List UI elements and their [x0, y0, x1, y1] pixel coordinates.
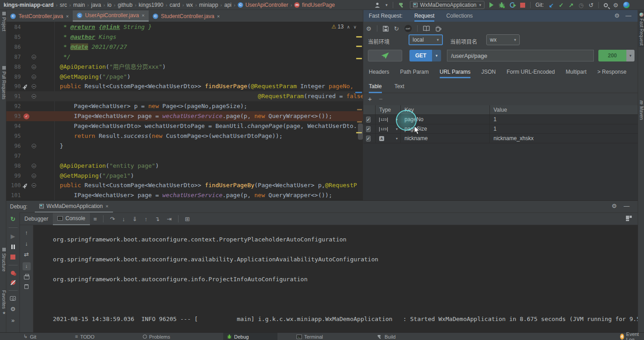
- search-everywhere-icon[interactable]: [604, 3, 608, 7]
- fold-marker-icon[interactable]: −: [32, 55, 36, 59]
- request-settings-gear-icon[interactable]: ⚙: [366, 26, 371, 32]
- env-select[interactable]: local ▾: [409, 34, 443, 45]
- code-editor[interactable]: 84 * @return {@link String }85 * @author…: [6, 22, 363, 200]
- statusbar-problems[interactable]: Problems: [139, 333, 174, 340]
- user-dropdown-icon[interactable]: ▾: [385, 3, 388, 7]
- fold-marker-icon[interactable]: −: [32, 65, 36, 69]
- remove-param-button[interactable]: −: [379, 95, 383, 103]
- debug-settings-gear-icon[interactable]: ⚙: [611, 203, 617, 209]
- param-value-cell[interactable]: nickname_xhskx: [490, 134, 638, 143]
- breadcrumb-item[interactable]: io: [107, 2, 111, 8]
- mute-breakpoints-icon[interactable]: [11, 280, 15, 285]
- breadcrumb-method[interactable]: findUserPage: [302, 2, 335, 8]
- down-stack-icon[interactable]: ↓: [25, 241, 28, 246]
- ide-plugin-icon[interactable]: [623, 2, 630, 8]
- settings-gear-icon[interactable]: ⚙: [613, 2, 618, 8]
- history-icon[interactable]: ◷: [578, 2, 583, 8]
- profiler-button[interactable]: [510, 2, 515, 8]
- stop-button[interactable]: [520, 3, 525, 8]
- hamburger-icon[interactable]: ≡: [94, 216, 97, 222]
- type-dropdown-icon[interactable]: ▾: [396, 137, 398, 141]
- panel-minimize-icon[interactable]: —: [625, 12, 631, 19]
- editor-tab-testcontroller[interactable]: C TestController.java ×: [6, 10, 73, 22]
- add-param-button[interactable]: +: [368, 95, 372, 103]
- fold-marker-icon[interactable]: −: [32, 84, 36, 89]
- project-select[interactable]: wx ▾: [486, 34, 520, 45]
- debug-settings-icon[interactable]: ⚙: [10, 306, 16, 312]
- layout-settings-icon[interactable]: [626, 216, 632, 221]
- refresh-icon[interactable]: ↻: [394, 26, 399, 32]
- docs-book-icon[interactable]: [423, 26, 430, 31]
- breadcrumb-item[interactable]: main: [73, 2, 85, 8]
- scrollbar-thumb[interactable]: [358, 123, 363, 140]
- param-value-cell[interactable]: 1: [490, 124, 638, 134]
- scroll-to-end-icon[interactable]: ↓: [23, 262, 31, 270]
- tab-multipart[interactable]: Multipart: [566, 66, 587, 78]
- tab-path-param[interactable]: Path Param: [400, 66, 428, 78]
- tab-headers[interactable]: Headers: [369, 66, 389, 78]
- close-icon[interactable]: ×: [66, 14, 69, 19]
- debug-button[interactable]: [498, 2, 505, 8]
- inspection-widget[interactable]: ⚠ 13 ∧ ∨: [331, 24, 357, 30]
- tab-collections[interactable]: Collections: [446, 10, 473, 22]
- step-into-icon[interactable]: ↓: [122, 216, 125, 222]
- fold-marker-icon[interactable]: −: [32, 75, 36, 79]
- breadcrumb-class[interactable]: UserApiController: [245, 2, 288, 8]
- curl-icon[interactable]: curl: [404, 25, 412, 32]
- error-stripe-mark[interactable]: [356, 58, 362, 59]
- breadcrumb-item[interactable]: github: [118, 2, 132, 8]
- breakpoint-icon[interactable]: ✓: [24, 113, 29, 119]
- evaluate-expression-icon[interactable]: ⊞: [185, 216, 190, 222]
- tab-console[interactable]: › Console: [53, 213, 90, 225]
- fold-marker-icon[interactable]: −: [32, 183, 36, 188]
- breadcrumb-item[interactable]: src: [60, 2, 67, 8]
- editor-tab-studentcontroller[interactable]: C StudentController.java ×: [149, 10, 224, 22]
- param-type-cell[interactable]: A▾: [376, 134, 401, 143]
- breadcrumb-project[interactable]: kings-miniapp-card: [4, 2, 54, 8]
- debug-minimize-icon[interactable]: —: [624, 203, 630, 209]
- close-icon[interactable]: ×: [142, 13, 145, 18]
- tab-json[interactable]: JSON: [481, 66, 496, 78]
- panel-settings-gear-icon[interactable]: ⚙: [614, 12, 620, 19]
- param-row-nickname[interactable]: ✓A▾nicknamenickname_xhskx: [363, 134, 638, 143]
- param-checkbox[interactable]: ✓: [366, 136, 371, 142]
- force-step-into-icon[interactable]: ⇓: [132, 216, 137, 222]
- thread-dump-icon[interactable]: [10, 296, 16, 301]
- fold-marker-icon[interactable]: −: [32, 174, 36, 178]
- fold-marker-icon[interactable]: −: [32, 164, 36, 168]
- close-icon[interactable]: ×: [217, 14, 220, 19]
- tab-debugger[interactable]: Debugger: [20, 213, 53, 225]
- step-out-icon[interactable]: ↑: [145, 216, 148, 222]
- close-icon[interactable]: ×: [105, 203, 108, 209]
- error-stripe-mark[interactable]: [355, 92, 362, 93]
- error-stripe-mark[interactable]: [357, 121, 362, 123]
- run-button[interactable]: [489, 2, 494, 8]
- type-dropdown-icon[interactable]: ▾: [396, 127, 398, 131]
- breadcrumb-item[interactable]: card: [169, 2, 180, 8]
- soft-wrap-icon[interactable]: ⇄: [24, 251, 29, 257]
- http-method-select[interactable]: GET ▾: [409, 50, 441, 61]
- send-request-button[interactable]: [368, 50, 402, 61]
- step-over-icon[interactable]: ↷: [110, 216, 115, 222]
- build-hammer-icon[interactable]: [398, 2, 405, 9]
- statusbar-build[interactable]: Build: [373, 333, 399, 340]
- statusbar-git[interactable]: ↳ Git: [20, 333, 40, 340]
- clear-console-icon[interactable]: [24, 284, 28, 289]
- tab-response[interactable]: > Response: [597, 66, 626, 78]
- run-configuration-select[interactable]: WxMaDemoApplication ▾: [410, 1, 484, 9]
- status-code-select[interactable]: 200 ▾: [598, 50, 635, 61]
- breadcrumb-item[interactable]: java: [91, 2, 101, 8]
- tab-request[interactable]: Request: [414, 10, 435, 22]
- error-stripe-mark[interactable]: [357, 109, 362, 110]
- print-icon[interactable]: [24, 275, 29, 279]
- git-push-icon[interactable]: ↗: [569, 2, 573, 9]
- prev-warning-icon[interactable]: ∧: [347, 24, 350, 29]
- url-input[interactable]: [447, 50, 594, 61]
- error-stripe-mark[interactable]: [356, 36, 362, 38]
- editor-tab-userapicontroller[interactable]: C UserApiController.java ×: [73, 10, 149, 22]
- git-commit-icon[interactable]: ✓: [559, 2, 564, 9]
- breadcrumb-item[interactable]: miniapp: [199, 2, 218, 8]
- run-to-cursor-icon[interactable]: ⇥: [167, 216, 172, 222]
- tab-form-url-encoded[interactable]: Form URL-Encoded: [507, 66, 555, 78]
- breadcrumb-item[interactable]: kings1990: [139, 2, 164, 8]
